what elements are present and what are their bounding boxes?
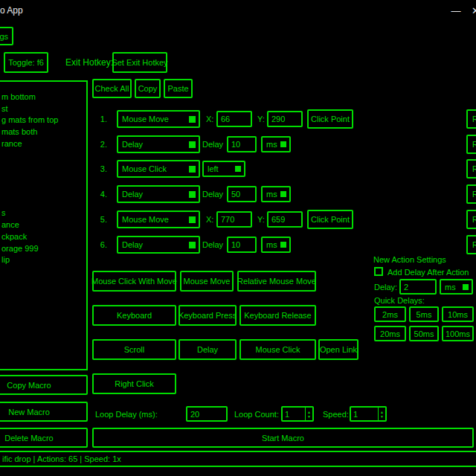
- add-keyboard-button[interactable]: Keyboard: [92, 305, 176, 326]
- delay-input[interactable]: [227, 237, 257, 253]
- new-macro-button[interactable]: New Macro: [0, 402, 88, 422]
- action-type-select[interactable]: Mouse Move: [117, 210, 200, 228]
- add-delay-button[interactable]: Delay: [178, 339, 237, 360]
- dropdown-indicator-icon: [189, 242, 196, 248]
- settings-menu-button[interactable]: gs: [0, 27, 13, 45]
- dropdown-indicator-icon: [280, 242, 286, 248]
- loop-count-stepper[interactable]: ▲ ▼: [281, 406, 314, 422]
- copy-macro-button[interactable]: Copy Macro: [0, 375, 88, 395]
- action-number: 3.: [95, 164, 107, 174]
- paste-actions-button[interactable]: Paste: [164, 79, 193, 98]
- delay-unit-select[interactable]: ms: [261, 186, 291, 202]
- copy-actions-button[interactable]: Copy: [135, 79, 161, 98]
- action-row-1: 1. Mouse Move X: Y: Click Point R: [0, 110, 476, 129]
- action-row-5: 5. Mouse Move X: Y: Click Point R: [0, 210, 476, 230]
- dropdown-indicator-icon: [189, 166, 196, 173]
- dropdown-indicator-icon: [189, 216, 196, 223]
- minimize-button[interactable]: —: [445, 0, 467, 21]
- quick-delay-100ms-button[interactable]: 100ms: [442, 326, 474, 341]
- toggle-hotkey-button[interactable]: Toggle: f6: [4, 52, 48, 73]
- add-delay-after-action-checkbox[interactable]: [374, 267, 383, 276]
- add-mouse-click-button[interactable]: Mouse Click: [239, 339, 316, 360]
- speed-input[interactable]: [351, 408, 378, 420]
- click-point-button[interactable]: Click Point: [307, 109, 353, 129]
- set-exit-hotkey-button[interactable]: Set Exit Hotkey: [112, 52, 167, 73]
- add-open-link-button[interactable]: Open Link: [318, 339, 358, 360]
- add-delay-after-action-label: Add Delay After Action: [387, 268, 469, 277]
- check-all-button[interactable]: Check All: [92, 79, 132, 98]
- quick-delay-10ms-button[interactable]: 10ms: [442, 306, 474, 322]
- add-keyboard-release-button[interactable]: Keyboard Release: [239, 305, 316, 326]
- delay-unit-value: ms: [266, 140, 277, 149]
- action-type-select[interactable]: Mouse Click: [117, 160, 200, 178]
- delay-unit-value: ms: [266, 190, 277, 199]
- action-type-value: Delay: [122, 240, 143, 249]
- status-bar-text: ific drop | Actions: 65 | Speed: 1x: [0, 454, 121, 464]
- mouse-button-select[interactable]: left: [202, 161, 245, 177]
- y-input[interactable]: [267, 111, 303, 127]
- action-type-select[interactable]: Delay: [117, 236, 200, 254]
- status-bar: ific drop | Actions: 65 | Speed: 1x: [0, 451, 476, 467]
- delay-input[interactable]: [227, 136, 257, 152]
- action-row-3: 3. Mouse Click left R: [0, 160, 476, 179]
- remove-action-button[interactable]: R: [466, 109, 476, 129]
- remove-action-button[interactable]: R: [466, 235, 476, 254]
- action-number: 5.: [95, 215, 107, 225]
- action-number: 6.: [95, 240, 107, 250]
- action-number: 1.: [95, 115, 107, 124]
- start-macro-button[interactable]: Start Macro: [92, 428, 474, 448]
- stepper-arrows: ▲ ▼: [305, 408, 312, 420]
- app-window: o App — ✕ gs Toggle: f6 Exit Hotkey: Set…: [0, 0, 476, 476]
- action-type-select[interactable]: Delay: [117, 135, 200, 153]
- add-keyboard-press-button[interactable]: Keyboard Press: [178, 305, 237, 326]
- stepper-down-icon[interactable]: ▼: [307, 414, 311, 419]
- new-action-delay-unit-select[interactable]: ms: [440, 279, 473, 295]
- macro-list-item[interactable]: m bottom: [0, 91, 86, 103]
- action-type-select[interactable]: Mouse Move: [117, 110, 200, 128]
- action-type-value: Delay: [122, 140, 143, 149]
- action-number: 2.: [95, 140, 107, 149]
- delay-unit-value: ms: [266, 240, 277, 249]
- x-input[interactable]: [216, 111, 252, 127]
- delete-macro-button[interactable]: Delete Macro: [0, 428, 88, 448]
- action-row-4: 4. Delay Delay ms R: [0, 185, 476, 205]
- loop-delay-label: Loop Delay (ms):: [95, 410, 158, 419]
- dropdown-indicator-icon: [189, 116, 196, 123]
- action-number: 4.: [95, 190, 107, 199]
- x-input[interactable]: [216, 211, 252, 228]
- y-label: Y:: [257, 115, 265, 124]
- macro-list-item[interactable]: lip: [0, 254, 86, 266]
- delay-unit-value: ms: [445, 283, 456, 292]
- remove-action-button[interactable]: R: [466, 184, 476, 204]
- add-scroll-button[interactable]: Scroll: [92, 339, 176, 360]
- quick-delay-5ms-button[interactable]: 5ms: [409, 306, 439, 322]
- close-button[interactable]: ✕: [467, 0, 476, 21]
- quick-delay-2ms-button[interactable]: 2ms: [374, 306, 406, 322]
- stepper-down-icon[interactable]: ▼: [380, 414, 384, 419]
- action-type-select[interactable]: Delay: [117, 185, 200, 203]
- add-mouse-move-button[interactable]: Mouse Move: [180, 271, 234, 292]
- quick-delay-50ms-button[interactable]: 50ms: [409, 326, 439, 341]
- y-input[interactable]: [267, 211, 303, 228]
- remove-action-button[interactable]: R: [466, 135, 476, 154]
- new-action-settings-title: New Action Settings: [373, 255, 446, 265]
- remove-action-button[interactable]: R: [466, 159, 476, 178]
- add-mouse-click-with-move-button[interactable]: Mouse Click With Move: [92, 271, 176, 292]
- add-relative-mouse-move-button[interactable]: Relative Mouse Move: [237, 271, 316, 292]
- loop-count-input[interactable]: [283, 408, 305, 420]
- dropdown-indicator-icon: [235, 166, 241, 172]
- loop-delay-input[interactable]: [186, 406, 228, 422]
- speed-stepper[interactable]: ▲ ▼: [350, 406, 387, 422]
- remove-action-button[interactable]: R: [466, 210, 476, 229]
- x-label: X:: [206, 215, 213, 225]
- delay-label: Delay: [202, 140, 223, 149]
- mouse-button-value: left: [208, 164, 219, 173]
- click-point-button[interactable]: Click Point: [307, 210, 353, 229]
- delay-input[interactable]: [227, 186, 257, 202]
- quick-delay-20ms-button[interactable]: 20ms: [374, 326, 406, 341]
- new-action-delay-input[interactable]: [399, 279, 437, 295]
- delay-unit-select[interactable]: ms: [261, 237, 291, 253]
- delay-unit-select[interactable]: ms: [261, 136, 291, 152]
- action-type-value: Mouse Move: [122, 115, 169, 123]
- add-right-click-button[interactable]: Right Click: [92, 373, 176, 394]
